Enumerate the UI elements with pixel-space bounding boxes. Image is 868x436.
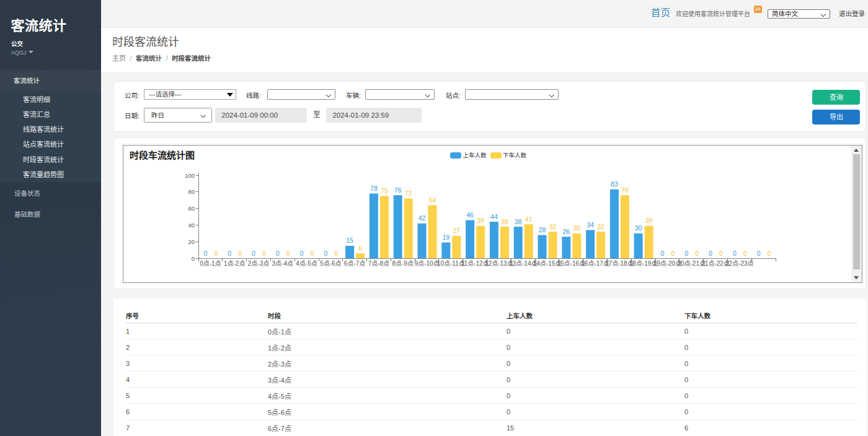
svg-text:76: 76 [394, 186, 402, 193]
svg-text:15: 15 [346, 237, 353, 244]
svg-text:0: 0 [311, 249, 314, 256]
svg-text:22点-23点: 22点-23点 [725, 259, 754, 266]
svg-text:78: 78 [370, 185, 378, 192]
svg-text:6点-7点: 6点-7点 [344, 259, 365, 266]
svg-text:0: 0 [671, 249, 675, 256]
svg-text:4点-5点: 4点-5点 [296, 259, 317, 266]
svg-text:0: 0 [286, 249, 290, 256]
svg-text:64: 64 [429, 196, 436, 203]
svg-text:0点-1点: 0点-1点 [200, 259, 221, 266]
svg-text:30: 30 [635, 224, 642, 232]
svg-text:0: 0 [228, 249, 231, 256]
svg-text:0: 0 [192, 255, 195, 261]
svg-text:0: 0 [695, 249, 699, 256]
svg-text:0: 0 [276, 249, 280, 256]
svg-text:1点-2点: 1点-2点 [224, 259, 245, 266]
svg-text:28: 28 [539, 226, 546, 233]
svg-text:0: 0 [757, 249, 761, 256]
svg-text:2点-3点: 2点-3点 [248, 259, 269, 266]
svg-text:0: 0 [203, 249, 207, 256]
svg-text:44: 44 [490, 212, 498, 220]
svg-text:41: 41 [525, 215, 533, 222]
svg-text:42: 42 [418, 214, 426, 222]
svg-text:3点-4点: 3点-4点 [272, 259, 293, 266]
svg-text:0: 0 [214, 249, 218, 256]
svg-text:38: 38 [515, 217, 522, 225]
svg-text:0: 0 [238, 249, 242, 256]
svg-text:39: 39 [477, 217, 484, 224]
svg-text:26: 26 [562, 227, 570, 235]
svg-text:0: 0 [262, 249, 266, 256]
svg-text:19: 19 [442, 233, 450, 241]
svg-text:0: 0 [252, 249, 255, 256]
svg-text:39: 39 [645, 217, 653, 224]
svg-text:0: 0 [743, 249, 747, 256]
svg-text:46: 46 [466, 211, 474, 218]
svg-text:80: 80 [188, 188, 195, 195]
svg-text:5点-6点: 5点-6点 [320, 259, 341, 266]
svg-text:60: 60 [188, 205, 195, 212]
svg-text:0: 0 [324, 249, 327, 256]
svg-text:27: 27 [453, 227, 460, 234]
svg-text:34: 34 [587, 220, 594, 228]
svg-text:0: 0 [660, 249, 664, 256]
svg-text:0: 0 [733, 249, 737, 256]
svg-text:20: 20 [188, 238, 195, 245]
svg-text:30: 30 [573, 224, 580, 232]
svg-text:0: 0 [300, 249, 304, 256]
svg-text:83: 83 [611, 180, 618, 188]
svg-text:75: 75 [381, 187, 388, 194]
svg-text:38: 38 [501, 217, 508, 225]
svg-text:100: 100 [185, 172, 195, 178]
svg-text:0: 0 [334, 249, 338, 256]
svg-text:0: 0 [684, 249, 688, 256]
svg-text:6: 6 [358, 244, 362, 251]
svg-text:72: 72 [405, 190, 412, 197]
svg-text:32: 32 [597, 222, 604, 230]
svg-text:32: 32 [549, 222, 557, 230]
svg-text:8点-9点: 8点-9点 [392, 259, 413, 266]
svg-text:40: 40 [188, 221, 195, 228]
svg-text:7点-8点: 7点-8点 [368, 259, 389, 266]
svg-text:0: 0 [719, 249, 723, 256]
svg-text:9点-10点: 9点-10点 [414, 259, 439, 266]
svg-text:76: 76 [621, 186, 629, 193]
svg-text:0: 0 [709, 249, 712, 256]
svg-text:0: 0 [768, 249, 771, 256]
